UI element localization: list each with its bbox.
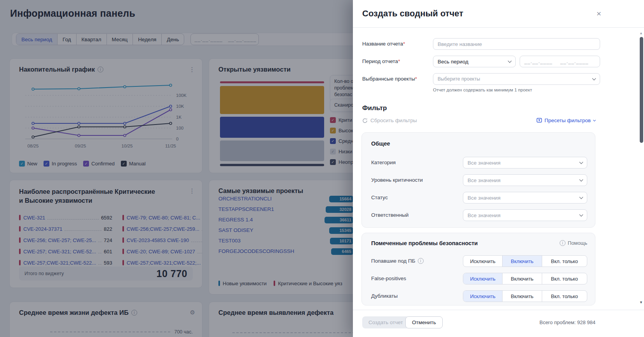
category-select[interactable]: Все значения: [463, 157, 587, 168]
policy-hit-label: Попавшие под ПБi: [371, 258, 424, 264]
option-include[interactable]: Включить: [503, 256, 542, 267]
status-select[interactable]: Все значения: [463, 192, 587, 204]
assignee-select[interactable]: Все значения: [463, 209, 587, 221]
severity-select[interactable]: Все значения: [463, 174, 587, 186]
flagged-group-title: Помеченные проблемы безопасности: [371, 240, 478, 246]
chevron-down-icon: [508, 59, 512, 63]
false-positives-label: False-positives: [371, 276, 406, 281]
report-name-label: Название отчета*: [362, 41, 405, 47]
filter-heading: Фильтр: [362, 104, 387, 112]
total-problems: Всего проблем: 928 984: [539, 319, 595, 325]
option-exclude[interactable]: Исключить: [463, 256, 503, 267]
scrollbar-thumb[interactable]: [640, 37, 643, 143]
date-from-placeholder: __.__.____: [524, 59, 553, 64]
projects-label: Выбраннсые проекты*: [362, 76, 417, 82]
projects-placeholder: Выберите проекты: [438, 76, 480, 82]
category-label: Категория: [371, 160, 396, 165]
severity-label: Уровень критичности: [371, 177, 423, 183]
option-exclude[interactable]: Исключить: [463, 273, 503, 284]
option-include-only[interactable]: Вкл. только: [542, 291, 587, 302]
create-report-modal: Создать сводный отчет × Название отчета*…: [353, 0, 644, 337]
chevron-down-icon: [579, 160, 583, 164]
chevron-down-icon: [592, 77, 596, 81]
info-icon[interactable]: i: [418, 258, 424, 264]
scrollbar-down-arrow[interactable]: ▼: [639, 300, 643, 304]
date-to-placeholder: __.__.____: [560, 59, 589, 64]
false-positives-segmented: Исключить Включить Вкл. только: [463, 273, 587, 284]
projects-hint: Отчет должен содержать как минимум 1 про…: [433, 88, 532, 92]
app-window: Информационная панель Весь период Год Кв…: [0, 0, 644, 337]
scrollbar-up-arrow[interactable]: ▲: [639, 31, 643, 35]
chevron-down-icon: [579, 195, 583, 199]
option-exclude[interactable]: Исключить: [463, 291, 503, 302]
close-icon[interactable]: ×: [597, 9, 601, 18]
option-include[interactable]: Включить: [503, 291, 542, 302]
modal-title: Создать сводный отчет: [362, 9, 463, 19]
create-report-button[interactable]: Создать отчет: [362, 316, 409, 328]
general-group-title: Общее: [371, 140, 390, 147]
chevron-down-icon: [579, 213, 583, 217]
projects-select[interactable]: Выберите проекты: [433, 73, 600, 85]
duplicates-label: Дубликаты: [371, 293, 398, 299]
assignee-label: Ответственный: [371, 212, 408, 218]
option-include[interactable]: Включить: [503, 273, 542, 284]
filter-preset-icon: [536, 118, 542, 123]
help-link[interactable]: iПомощь: [560, 240, 587, 246]
report-period-label: Период отчета*: [362, 58, 400, 64]
option-include-only[interactable]: Вкл. только: [542, 273, 587, 284]
reset-filters-button[interactable]: Сбросить фильтры: [362, 118, 417, 123]
report-name-field[interactable]: [433, 38, 600, 50]
filter-presets-button[interactable]: Пресеты фильтров: [536, 118, 595, 123]
refresh-icon: [362, 118, 368, 123]
general-filter-group: Общее Категория Все значения Уровень кри…: [361, 132, 595, 228]
flagged-issues-group: Помеченные проблемы безопасности iПомощь…: [361, 233, 595, 305]
duplicates-segmented: Исключить Включить Вкл. только: [463, 290, 587, 302]
status-label: Статус: [371, 195, 388, 200]
period-select-value: Весь период: [438, 59, 468, 65]
period-date-range[interactable]: __.__.____ __.__.____: [520, 56, 600, 67]
policy-hit-segmented: Исключить Включить Вкл. только: [463, 255, 587, 267]
option-include-only[interactable]: Вкл. только: [542, 256, 587, 267]
period-select[interactable]: Весь период: [433, 56, 516, 67]
report-name-input[interactable]: [438, 41, 595, 47]
info-icon: i: [560, 240, 565, 246]
chevron-down-icon: [579, 178, 583, 182]
cancel-button[interactable]: Отменить: [405, 316, 443, 328]
